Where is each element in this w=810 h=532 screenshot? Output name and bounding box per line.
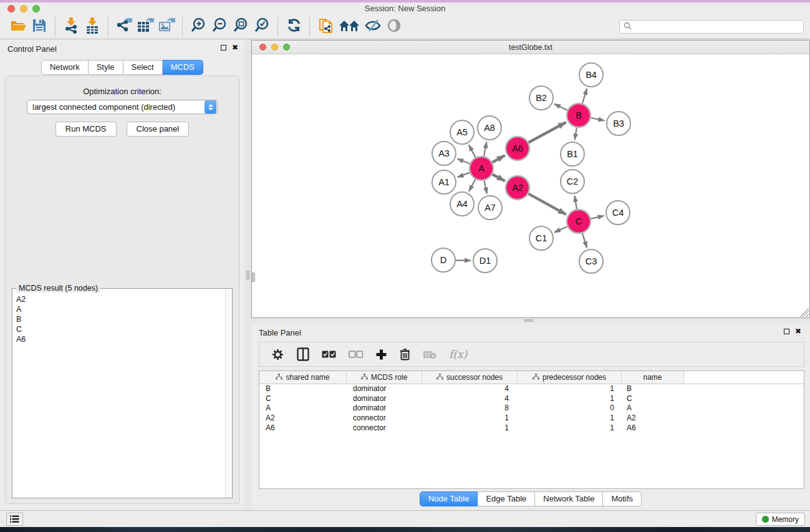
edge-A-A4[interactable] (469, 180, 475, 191)
edge-A-A1[interactable] (458, 173, 470, 177)
add-column-button[interactable] (375, 349, 387, 360)
graph-node-A[interactable]: A (470, 157, 493, 180)
table-settings-button[interactable] (271, 348, 284, 361)
tab-motifs[interactable]: Motifs (603, 491, 642, 506)
result-item[interactable]: A2 (16, 294, 224, 304)
table-row[interactable]: Adominator80A (259, 404, 804, 414)
window-titlebar[interactable]: Session: New Session (0, 2, 810, 14)
edge-A2-C[interactable] (529, 194, 566, 215)
tab-mcds[interactable]: MCDS (163, 60, 203, 75)
mcds-result-list[interactable]: A2ABCA6 (13, 291, 224, 497)
select-all-button[interactable] (322, 351, 336, 358)
zoom-selected-button[interactable] (251, 17, 272, 37)
import-table-button[interactable] (82, 17, 103, 37)
edge-A-A8[interactable] (484, 142, 487, 157)
edge-A6-B[interactable] (529, 122, 566, 143)
open-session-button[interactable] (7, 17, 29, 37)
tab-network[interactable]: Network (41, 60, 89, 75)
edge-B-B1[interactable] (575, 128, 577, 140)
edge-A-A3[interactable] (457, 159, 470, 164)
edge-B-B3[interactable] (591, 118, 605, 120)
zoom-fit-button[interactable] (230, 17, 251, 37)
result-item[interactable]: A (16, 304, 224, 314)
graph-node-A8[interactable]: A8 (478, 116, 501, 140)
splitter-handle[interactable] (246, 271, 249, 279)
float-panel-icon[interactable] (221, 45, 226, 51)
zoom-out-button[interactable] (209, 17, 230, 37)
graph-node-C[interactable]: C (567, 210, 591, 233)
delete-table-button-disabled[interactable] (423, 350, 436, 359)
float-panel-icon[interactable] (784, 329, 789, 334)
memory-button[interactable]: Memory (756, 513, 805, 526)
edge-C-C1[interactable] (554, 226, 567, 232)
column-header-name[interactable]: name (622, 371, 684, 384)
deselect-all-button[interactable] (349, 351, 363, 358)
graph-node-B2[interactable]: B2 (529, 86, 553, 110)
graph-node-B1[interactable]: B1 (561, 142, 584, 166)
result-item[interactable]: C (16, 324, 224, 334)
tab-select[interactable]: Select (123, 60, 163, 75)
tab-style[interactable]: Style (89, 60, 123, 75)
edge-B-B2[interactable] (554, 104, 567, 110)
graph-node-A7[interactable]: A7 (478, 196, 502, 220)
criterion-dropdown[interactable]: largest connected component (directed) (27, 100, 218, 114)
import-network-button[interactable] (60, 17, 82, 37)
export-table-button[interactable] (135, 17, 156, 37)
edge-A-A6[interactable] (493, 155, 505, 162)
delete-column-button[interactable] (400, 348, 410, 360)
node-table[interactable]: shared nameMCDS rolesuccessor nodesprede… (259, 370, 804, 489)
graph-node-A4[interactable]: A4 (450, 192, 474, 216)
function-builder-button[interactable]: f(x) (449, 348, 467, 360)
clone-network-button[interactable] (315, 17, 336, 37)
export-image-button[interactable] (156, 17, 177, 37)
graph-node-A5[interactable]: A5 (450, 120, 474, 144)
edge-A-A2[interactable] (493, 174, 505, 181)
edge-C-C4[interactable] (591, 216, 604, 219)
search-box[interactable] (619, 20, 804, 34)
network-graph[interactable]: B4B2BB3A8A5A6A3B1AA1C2A2A4A7C4CC1DD1C3 (252, 54, 809, 317)
tab-node-table[interactable]: Node Table (420, 491, 478, 506)
task-history-button[interactable] (6, 513, 23, 526)
table-row[interactable]: Cdominator41C (259, 394, 804, 404)
result-scrollbar[interactable] (225, 289, 232, 498)
edge-A-A7[interactable] (484, 181, 487, 194)
column-header-predecessor-nodes[interactable]: predecessor nodes (518, 371, 622, 384)
network-window-titlebar[interactable]: testGlobe.txt (252, 41, 809, 54)
close-panel-button[interactable]: Close panel (127, 122, 190, 137)
export-network-button[interactable] (113, 17, 135, 37)
graph-node-A6[interactable]: A6 (506, 137, 529, 160)
result-item[interactable]: B (16, 314, 224, 324)
network-canvas[interactable]: B4B2BB3A8A5A6A3B1AA1C2A2A4A7C4CC1DD1C3 (252, 54, 809, 317)
graph-node-C4[interactable]: C4 (606, 201, 630, 225)
graph-node-C2[interactable]: C2 (561, 170, 584, 193)
run-mcds-button[interactable]: Run MCDS (55, 122, 117, 137)
resize-grip-icon[interactable] (800, 308, 809, 317)
close-panel-icon[interactable]: ✖ (232, 44, 238, 51)
tab-network-table[interactable]: Network Table (535, 491, 603, 506)
splitter-handle[interactable] (524, 319, 533, 322)
zoom-in-button[interactable] (188, 17, 209, 37)
column-header-shared-name[interactable]: shared name (259, 371, 347, 384)
vertical-splitter[interactable] (244, 39, 251, 510)
tab-edge-table[interactable]: Edge Table (478, 491, 535, 506)
graphics-details-button[interactable] (362, 17, 383, 37)
graph-node-D1[interactable]: D1 (473, 249, 497, 273)
refresh-layout-button[interactable] (283, 17, 304, 37)
close-panel-icon[interactable]: ✖ (795, 328, 801, 334)
graph-node-D[interactable]: D (432, 248, 455, 272)
graph-node-C1[interactable]: C1 (529, 226, 553, 250)
search-input[interactable] (634, 22, 803, 31)
graph-node-A2[interactable]: A2 (506, 176, 529, 200)
save-session-button[interactable] (29, 17, 50, 37)
graph-node-A3[interactable]: A3 (432, 142, 456, 165)
canvas-scrollbar-thumb[interactable] (252, 273, 255, 282)
edge-A-A5[interactable] (469, 145, 476, 157)
edge-C-C2[interactable] (575, 196, 577, 210)
table-row[interactable]: A6connector11A6 (259, 423, 804, 433)
first-neighbors-button[interactable] (336, 17, 362, 37)
graph-node-A1[interactable]: A1 (432, 170, 456, 194)
result-item[interactable]: A6 (16, 334, 224, 344)
table-row[interactable]: A2connector11A2 (259, 414, 804, 423)
graph-node-B3[interactable]: B3 (607, 112, 630, 135)
edge-C-C3[interactable] (582, 233, 587, 248)
